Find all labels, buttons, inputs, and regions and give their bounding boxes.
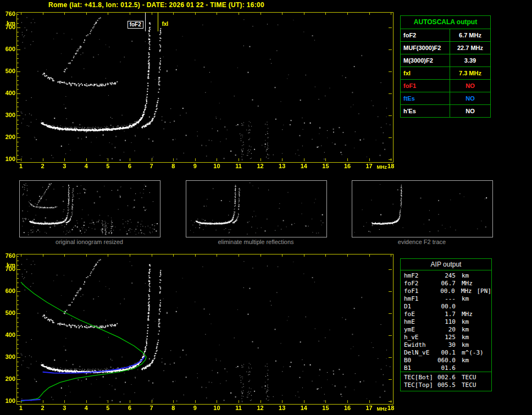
tec-param-unit: TECU <box>456 374 476 381</box>
autoscala-param-value: 7.3 MHz <box>450 67 490 79</box>
aip-param-value: 00.0 <box>436 303 456 311</box>
x-axis-tick-label: 7 <box>146 163 158 169</box>
y-axis-tick-label: 760 <box>0 252 15 259</box>
aip-param-unit: km <box>456 326 469 334</box>
aip-output-table: AIP output hmF2245kmfoF206.7MHzfoF100.0M… <box>400 258 492 374</box>
aip-param-flag: [PN] <box>472 287 492 295</box>
aip-param-name: hmE <box>404 318 436 326</box>
x-axis-unit-label: MHz <box>376 406 387 412</box>
x-axis-unit-label: MHz <box>376 164 387 170</box>
x-axis-tick-label: 9 <box>189 163 201 169</box>
aip-param-unit: MHz <box>456 311 473 318</box>
x-axis-tick-label: 3 <box>58 163 70 169</box>
y-axis-tick-label: 500 <box>0 68 15 75</box>
x-axis-tick-label: 14 <box>298 163 310 169</box>
autoscala-param-value: NO <box>450 80 490 92</box>
y-axis-tick-label: 200 <box>0 134 15 141</box>
x-axis-tick-label: 5 <box>102 405 114 411</box>
aip-table-row: foF206.7MHz <box>401 280 491 287</box>
aip-param-value: 125 <box>436 334 456 341</box>
y-axis-tick-label: 100 <box>0 156 15 163</box>
aip-param-unit: MHz <box>455 287 472 295</box>
autoscala-table-header: AUTOSCALA output <box>401 16 490 29</box>
y-axis-tick-label: 500 <box>0 309 15 317</box>
aip-param-name: foF2 <box>404 280 436 287</box>
aip-param-unit: m^(-3) <box>456 349 484 357</box>
aip-param-unit: km <box>456 357 469 364</box>
ionogram-bottom-canvas <box>17 254 392 403</box>
x-axis-tick-label: 7 <box>146 405 158 411</box>
thumbnail-original-canvas <box>20 181 159 236</box>
aip-param-unit: km <box>456 341 469 349</box>
aip-param-value: 00.1 <box>436 349 456 357</box>
aip-table-row: B101.6 <box>401 364 491 372</box>
autoscala-param-name: MUF(3000)F2 <box>401 42 450 54</box>
aip-param-unit: km <box>456 318 469 326</box>
ionogram-panel-top <box>16 12 394 163</box>
x-axis-tick-label: 17 <box>363 405 375 411</box>
y-axis-tick-label: 600 <box>0 46 15 53</box>
y-axis-tick-label: 400 <box>0 331 15 339</box>
x-axis-tick-label: 6 <box>124 163 136 169</box>
aip-param-name: D1 <box>404 303 436 311</box>
aip-table-row: hmF2245km <box>401 272 491 280</box>
tec-param-name: TEC[Bot] <box>404 374 436 381</box>
y-axis-tick-label: 400 <box>0 90 15 97</box>
tec-table-row: TEC[Top]005.5TECU <box>401 381 491 389</box>
autoscala-table-body: foF26.7 MHzMUF(3000)F222.7 MHzM(3000)F23… <box>401 29 490 117</box>
thumbnail-label-original: original ionogram resized <box>19 239 159 245</box>
aip-param-value: 06.7 <box>436 280 456 287</box>
thumbnail-f2-trace <box>352 180 493 237</box>
y-axis-tick-label: 700 <box>0 265 15 273</box>
aip-param-name: foF1 <box>404 287 435 295</box>
aip-table-row: D100.0 <box>401 303 491 311</box>
tec-table: TEC[Bot]002.6TECUTEC[Top]005.5TECU <box>400 372 492 391</box>
aip-param-unit: km <box>456 295 469 303</box>
aip-table-row: h_vE125km <box>401 334 491 341</box>
aip-param-name: foE <box>404 311 436 318</box>
x-axis-tick-label: 1 <box>15 163 27 169</box>
y-axis-unit-label: km <box>0 20 15 27</box>
ionogram-top-canvas <box>17 13 392 161</box>
page-title: Rome (lat: +41.8, lon: 012.5) - DATE: 20… <box>48 1 264 9</box>
autoscala-param-name: M(3000)F2 <box>401 54 450 67</box>
autoscala-param-name: foF1 <box>401 80 450 92</box>
x-axis-tick-label: 11 <box>232 405 245 411</box>
tec-param-name: TEC[Top] <box>404 381 436 389</box>
x-axis-tick-label: 13 <box>276 405 288 411</box>
aip-param-unit <box>456 303 462 311</box>
aip-param-value: 245 <box>436 272 456 280</box>
aip-param-name: B0 <box>404 357 436 364</box>
aip-table-row: hmF1---km <box>401 295 491 303</box>
tec-param-value: 002.6 <box>436 374 456 381</box>
x-axis-tick-label: 16 <box>341 405 353 411</box>
aip-param-name: DelN_vE <box>404 349 436 357</box>
x-axis-tick-label: 2 <box>37 163 49 169</box>
aip-table-header: AIP output <box>401 259 491 270</box>
tec-param-unit: TECU <box>456 381 476 389</box>
aip-table-row: foE1.7MHz <box>401 311 491 318</box>
aip-param-name: h_vE <box>404 334 436 341</box>
autoscala-param-value: NO <box>450 92 490 104</box>
y-axis-tick-label: 300 <box>0 353 15 361</box>
aip-param-unit: MHz <box>456 280 473 287</box>
aip-table-row: hmE110km <box>401 318 491 326</box>
autoscala-param-name: foF2 <box>401 29 450 41</box>
tec-param-value: 005.5 <box>436 381 456 389</box>
autoscala-app-window: Rome (lat: +41.8, lon: 012.5) - DATE: 20… <box>0 0 532 415</box>
aip-param-name: hmF1 <box>404 295 436 303</box>
autoscala-param-name: h'Es <box>401 105 450 117</box>
thumbnail-cleaned-canvas <box>186 181 325 236</box>
aip-table-body: hmF2245kmfoF206.7MHzfoF100.0MHz[PN]hmF1-… <box>401 270 491 373</box>
y-axis-tick-label: 200 <box>0 375 15 383</box>
autoscala-param-value: 3.39 <box>450 54 490 67</box>
x-axis-tick-label: 2 <box>37 405 49 411</box>
thumbnail-f2-canvas <box>352 181 491 236</box>
aip-param-unit <box>456 364 462 372</box>
y-axis-tick-label: 700 <box>0 24 15 31</box>
aip-param-name: B1 <box>404 364 436 372</box>
x-axis-tick-label: 17 <box>363 163 375 169</box>
aip-param-unit: km <box>456 272 469 280</box>
aip-table-row: B0060.0km <box>401 357 491 364</box>
ionogram-panel-bottom <box>16 254 394 405</box>
